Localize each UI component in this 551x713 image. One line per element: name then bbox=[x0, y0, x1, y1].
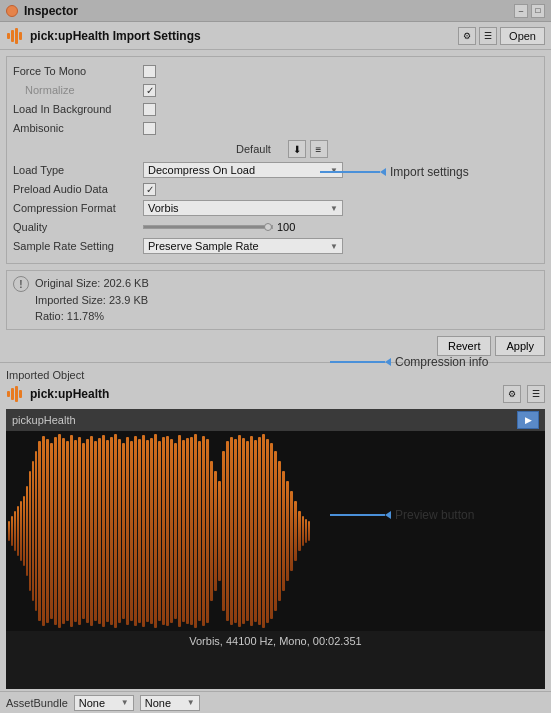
svg-rect-40 bbox=[126, 437, 129, 625]
normalize-checkbox[interactable] bbox=[143, 84, 156, 97]
imported-menu-btn[interactable]: ☰ bbox=[527, 385, 545, 403]
quality-row: Quality 100 bbox=[13, 219, 538, 235]
svg-rect-79 bbox=[282, 471, 285, 591]
audio-preview-header: pickupHealth bbox=[6, 409, 545, 431]
svg-rect-12 bbox=[20, 501, 22, 561]
force-mono-row: Force To Mono bbox=[13, 63, 538, 79]
svg-rect-63 bbox=[218, 481, 221, 581]
svg-rect-67 bbox=[234, 439, 237, 623]
bundle-variant-dropdown[interactable]: None ▼ bbox=[140, 695, 200, 711]
svg-rect-33 bbox=[98, 438, 101, 624]
original-size-value: 202.6 KB bbox=[103, 277, 148, 289]
maximize-btn[interactable]: □ bbox=[531, 4, 545, 18]
open-button[interactable]: Open bbox=[500, 27, 545, 45]
variant-arrow: ▼ bbox=[187, 698, 195, 707]
imported-settings-btn[interactable]: ⚙ bbox=[503, 385, 521, 403]
svg-rect-11 bbox=[17, 506, 19, 556]
svg-rect-23 bbox=[58, 434, 61, 628]
svg-rect-24 bbox=[62, 438, 65, 624]
compression-text: Original Size: 202.6 KB Imported Size: 2… bbox=[35, 275, 149, 325]
force-mono-checkbox[interactable] bbox=[143, 65, 156, 78]
svg-rect-30 bbox=[86, 439, 89, 623]
svg-rect-50 bbox=[166, 436, 169, 626]
compression-format-label: Compression Format bbox=[13, 202, 143, 214]
svg-rect-20 bbox=[46, 439, 49, 623]
ratio-label: Ratio: bbox=[35, 310, 64, 322]
svg-rect-74 bbox=[262, 434, 265, 628]
preview-play-button[interactable] bbox=[517, 411, 539, 429]
svg-rect-58 bbox=[198, 441, 201, 621]
load-type-dropdown[interactable]: Decompress On Load ▼ bbox=[143, 162, 343, 178]
compression-format-dropdown[interactable]: Vorbis ▼ bbox=[143, 200, 343, 216]
svg-rect-77 bbox=[274, 451, 277, 611]
menu-icon-btn[interactable]: ☰ bbox=[479, 27, 497, 45]
imported-size-value: 23.9 KB bbox=[109, 294, 148, 306]
svg-rect-13 bbox=[23, 496, 25, 566]
svg-rect-17 bbox=[35, 451, 37, 611]
bundle-name-dropdown[interactable]: None ▼ bbox=[74, 695, 134, 711]
apply-button[interactable]: Apply bbox=[495, 336, 545, 356]
svg-rect-72 bbox=[254, 440, 257, 622]
svg-rect-56 bbox=[190, 437, 193, 625]
quality-slider-track[interactable] bbox=[143, 225, 273, 229]
window-title: Inspector bbox=[24, 4, 78, 18]
svg-rect-42 bbox=[134, 436, 137, 626]
audio-waveform bbox=[6, 431, 545, 631]
svg-rect-47 bbox=[154, 434, 157, 628]
svg-rect-16 bbox=[32, 461, 34, 601]
svg-rect-45 bbox=[146, 440, 149, 622]
main-content: Force To Mono Normalize Load In Backgrou… bbox=[0, 50, 551, 713]
svg-rect-80 bbox=[286, 481, 289, 581]
revert-button[interactable]: Revert bbox=[437, 336, 491, 356]
svg-rect-84 bbox=[302, 516, 304, 546]
platform-download-btn[interactable]: ⬇ bbox=[288, 140, 306, 158]
sample-rate-label: Sample Rate Setting bbox=[13, 240, 143, 252]
platform-list-btn[interactable]: ≡ bbox=[310, 140, 328, 158]
ratio-value: 11.78% bbox=[67, 310, 104, 322]
svg-rect-7 bbox=[19, 390, 22, 398]
quality-label: Quality bbox=[13, 221, 143, 233]
ambisonic-checkbox[interactable] bbox=[143, 122, 156, 135]
sample-rate-dropdown[interactable]: Preserve Sample Rate ▼ bbox=[143, 238, 343, 254]
quality-slider-thumb[interactable] bbox=[264, 223, 272, 231]
svg-rect-3 bbox=[19, 32, 22, 40]
svg-rect-21 bbox=[50, 443, 53, 619]
preload-audio-checkbox[interactable] bbox=[143, 183, 156, 196]
svg-rect-10 bbox=[14, 511, 16, 551]
svg-rect-75 bbox=[266, 439, 269, 623]
svg-rect-1 bbox=[11, 30, 14, 42]
minimize-btn[interactable]: – bbox=[514, 4, 528, 18]
compression-format-row: Compression Format Vorbis ▼ bbox=[13, 200, 538, 216]
svg-rect-81 bbox=[290, 491, 293, 571]
asset-header-buttons: ⚙ ☰ Open bbox=[458, 27, 545, 45]
quality-slider-container: 100 bbox=[143, 221, 538, 233]
imported-object-name: pick:upHealth bbox=[30, 387, 497, 401]
load-background-checkbox[interactable] bbox=[143, 103, 156, 116]
platform-label: Default bbox=[224, 143, 284, 155]
svg-rect-14 bbox=[26, 486, 28, 576]
original-size-label: Original Size: bbox=[35, 277, 100, 289]
svg-rect-85 bbox=[305, 519, 307, 543]
bundle-arrow: ▼ bbox=[121, 698, 129, 707]
load-type-row: Load Type Decompress On Load ▼ bbox=[13, 162, 538, 178]
sample-rate-row: Sample Rate Setting Preserve Sample Rate… bbox=[13, 238, 538, 254]
svg-rect-73 bbox=[258, 437, 261, 625]
svg-rect-52 bbox=[174, 443, 177, 619]
svg-rect-46 bbox=[150, 438, 153, 624]
load-type-label: Load Type bbox=[13, 164, 143, 176]
svg-rect-48 bbox=[158, 441, 161, 621]
settings-icon-btn[interactable]: ⚙ bbox=[458, 27, 476, 45]
import-settings-box: Force To Mono Normalize Load In Backgrou… bbox=[6, 56, 545, 264]
load-background-label: Load In Background bbox=[13, 103, 143, 115]
svg-rect-53 bbox=[178, 435, 181, 627]
svg-rect-0 bbox=[7, 33, 10, 39]
preload-audio-label: Preload Audio Data bbox=[13, 183, 143, 195]
svg-rect-71 bbox=[250, 436, 253, 626]
svg-rect-27 bbox=[74, 440, 77, 622]
svg-rect-66 bbox=[230, 437, 233, 625]
imported-object-header: Imported Object bbox=[0, 367, 551, 383]
svg-rect-51 bbox=[170, 439, 173, 623]
svg-rect-55 bbox=[186, 438, 189, 624]
svg-rect-2 bbox=[15, 28, 18, 44]
title-dot bbox=[6, 5, 18, 17]
